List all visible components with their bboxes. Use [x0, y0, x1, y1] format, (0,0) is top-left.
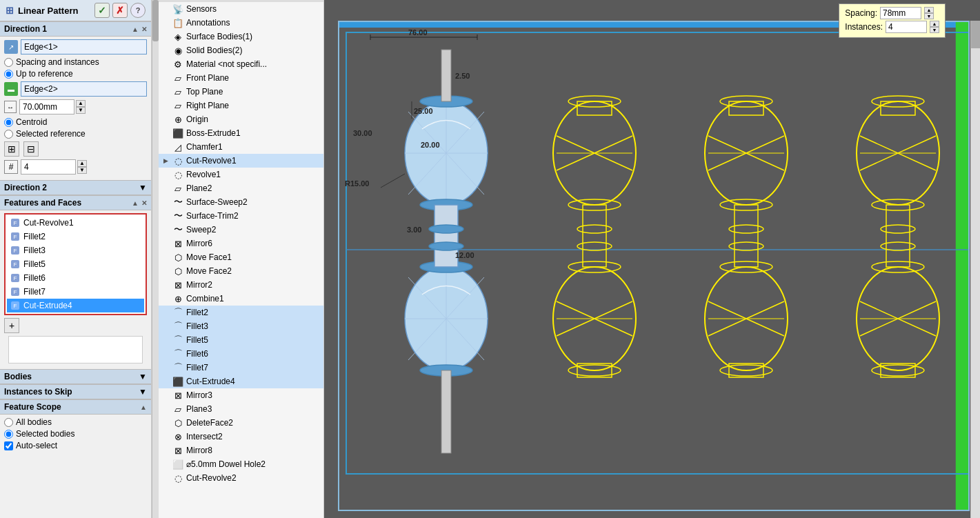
tree-item[interactable]: ⊠Mirror2 [159, 278, 323, 292]
pattern-icon2[interactable]: ⊟ [23, 141, 39, 157]
features-faces-section-header[interactable]: Features and Faces ▲ ✕ [0, 195, 151, 210]
tree-item[interactable]: ▶◌Cut-Revolve1 [159, 154, 323, 168]
spacing-radio-label: Spacing and instances [4, 57, 147, 67]
features-list[interactable]: FCut-Revolve1FFillet2FFillet3FFillet5FFi… [4, 213, 147, 315]
left-panel-scrollbar[interactable] [152, 0, 159, 518]
svg-text:F: F [14, 303, 17, 309]
tree-item-label: Origin [186, 114, 208, 124]
tree-item[interactable]: ⬡Move Face1 [159, 250, 323, 264]
spacing-down-arrow[interactable]: ▼ [76, 107, 86, 114]
feature-item-fillet6[interactable]: FFillet6 [7, 271, 144, 285]
tree-item-icon: ⌒ [172, 348, 183, 359]
spacing-input[interactable]: 70.00mm [19, 99, 74, 114]
direction1-section-header[interactable]: Direction 1 ▲ ✕ [0, 21, 151, 37]
tree-item[interactable]: ◌Revolve1 [159, 168, 323, 181]
tree-item[interactable]: ⌒Fillet7 [159, 361, 323, 375]
feature-item-cut-extrude4[interactable]: FCut-Extrude4 [7, 299, 144, 312]
tree-item-label: Fillet7 [186, 363, 208, 372]
spacing-popup-input[interactable]: 78mm [880, 7, 921, 19]
tree-item[interactable]: ⊗Intersect2 [159, 430, 323, 444]
flip-direction-icon[interactable]: ↔ [4, 101, 17, 113]
tree-item[interactable]: ⬛Cut-Extrude4 [159, 375, 323, 388]
direction2-section-header[interactable]: Direction 2 ▼ [0, 180, 151, 195]
tree-item[interactable]: ▱Plane2 [159, 181, 323, 195]
up-to-ref-radio[interactable] [4, 70, 13, 79]
spacing-popup-up[interactable]: ▲ [924, 7, 934, 13]
confirm-button[interactable]: ✓ [94, 3, 110, 18]
tree-item[interactable]: 📋Annotations [159, 16, 323, 30]
tree-item[interactable]: ⌒Fillet3 [159, 319, 323, 333]
instances-skip-section-header[interactable]: Instances to Skip ▼ [0, 384, 151, 399]
spacing-radio[interactable] [4, 58, 13, 67]
bodies-section-header[interactable]: Bodies ▼ [0, 369, 151, 384]
feature-item-fillet3[interactable]: FFillet3 [7, 243, 144, 257]
instances-input[interactable]: 4 [21, 159, 76, 175]
viewport-scrollbar-thumb-v[interactable] [971, 21, 980, 48]
tree-item[interactable]: ⌒Fillet6 [159, 347, 323, 361]
tree-item[interactable]: ⊕Origin [159, 112, 323, 126]
pattern-icon1[interactable]: ⊞ [4, 141, 19, 157]
tree-item[interactable]: ⚙Material <not specifi... [159, 57, 323, 71]
all-bodies-radio[interactable] [4, 418, 13, 427]
help-button[interactable]: ? [130, 3, 146, 18]
tree-item[interactable]: ⬡Move Face2 [159, 264, 323, 278]
tree-item[interactable]: ▱Plane3 [159, 402, 323, 416]
tree-item-icon: ⬡ [172, 252, 183, 263]
tree-item[interactable]: 〜Surface-Trim2 [159, 209, 323, 223]
scrollbar-thumb[interactable] [152, 0, 159, 41]
tree-expand-icon [161, 322, 170, 330]
tree-item[interactable]: ⬜⌀5.0mm Dowel Hole2 [159, 457, 323, 471]
tree-item[interactable]: ⌒Fillet5 [159, 333, 323, 347]
tree-item[interactable]: ◌Cut-Revolve2 [159, 471, 323, 485]
tree-item[interactable]: ◈Surface Bodies(1) [159, 30, 323, 43]
tree-item[interactable]: ⊠Mirror8 [159, 444, 323, 457]
feature-item-fillet2[interactable]: FFillet2 [7, 230, 144, 243]
tree-item-label: Sensors [186, 4, 217, 14]
tree-item[interactable]: ▱Front Plane [159, 71, 323, 85]
auto-select-checkbox[interactable] [4, 441, 13, 450]
instances-popup-up[interactable]: ▲ [930, 21, 939, 27]
tree-item[interactable]: ⬡DeleteFace2 [159, 416, 323, 430]
tree-item[interactable]: ⬛Boss-Extrude1 [159, 126, 323, 140]
tree-item[interactable]: 〜Surface-Sweep2 [159, 195, 323, 209]
tree-item-icon: ⊠ [172, 238, 183, 249]
tree-item[interactable]: ◉Solid Bodies(2) [159, 43, 323, 57]
tree-item-label: Annotations [186, 18, 230, 28]
feature-scope-section-header[interactable]: Feature Scope ▲ [0, 399, 151, 415]
feature-item-cut-revolve1[interactable]: FCut-Revolve1 [7, 216, 144, 230]
feature-item-fillet5[interactable]: FFillet5 [7, 257, 144, 271]
tree-item[interactable]: ⊠Mirror6 [159, 237, 323, 250]
selected-bodies-radio[interactable] [4, 430, 13, 439]
instances-down-arrow[interactable]: ▼ [77, 167, 87, 174]
tree-item[interactable]: ▱Right Plane [159, 99, 323, 112]
tree-item-icon: ⬛ [172, 376, 183, 387]
feature-item-fillet7[interactable]: FFillet7 [7, 285, 144, 299]
edge1-input[interactable]: Edge<1> [21, 39, 147, 54]
svg-rect-36 [441, 50, 451, 101]
add-feature-button[interactable]: + [4, 318, 19, 333]
tree-item-label: Mirror6 [186, 239, 212, 248]
tree-item[interactable]: ▱Top Plane [159, 85, 323, 99]
tree-item[interactable]: 📡Sensors [159, 2, 323, 16]
tree-item[interactable]: ◿Chamfer1 [159, 140, 323, 154]
spacing-popup-down[interactable]: ▼ [924, 13, 934, 19]
tree-item-icon: ⌒ [172, 335, 183, 346]
edge2-input[interactable]: Edge<2> [21, 81, 147, 97]
tree-item-icon: ▱ [172, 183, 183, 194]
tree-item[interactable]: ⊕Combine1 [159, 292, 323, 306]
tree-item-label: Solid Bodies(2) [186, 46, 242, 55]
centroid-radio[interactable] [4, 118, 13, 127]
svg-text:F: F [14, 275, 17, 281]
cancel-button[interactable]: ✗ [112, 3, 128, 18]
instances-up-arrow[interactable]: ▲ [77, 160, 87, 167]
tree-item[interactable]: 〜Sweep2 [159, 223, 323, 237]
tree-item[interactable]: ⌒Fillet2 [159, 306, 323, 319]
tree-expand-icon[interactable]: ▶ [161, 157, 170, 165]
instances-popup-input[interactable]: 4 [886, 21, 927, 33]
tree-item-label: Surface-Sweep2 [186, 197, 248, 207]
viewport-scrollbar-v[interactable] [970, 21, 980, 518]
spacing-up-arrow[interactable]: ▲ [76, 100, 86, 107]
tree-item[interactable]: ⊠Mirror3 [159, 388, 323, 402]
instances-popup-down[interactable]: ▼ [930, 27, 939, 33]
selected-ref-radio[interactable] [4, 130, 13, 139]
